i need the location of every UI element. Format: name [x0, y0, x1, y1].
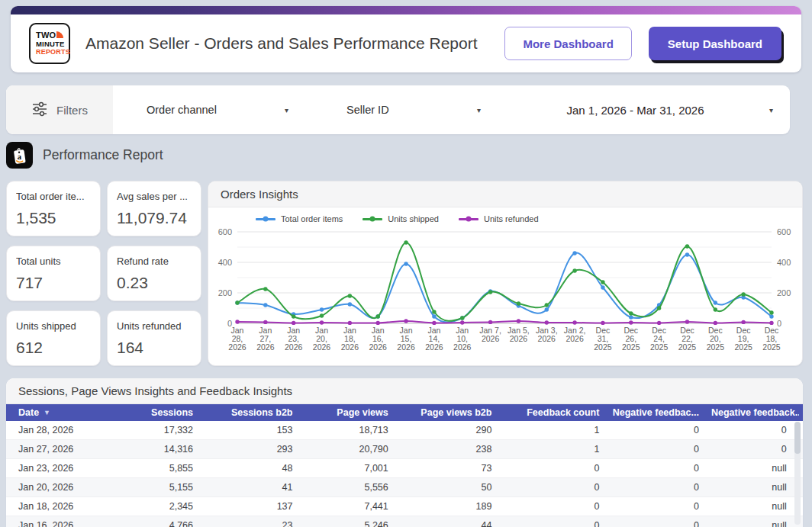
column-header-negative-feedbac[interactable]: Negative feedbac...	[611, 407, 711, 418]
cell-sessions-b2b: 23	[205, 520, 305, 527]
column-header-negative-feedback[interactable]: Negative feedback...	[711, 407, 799, 418]
date-range-value: Jan 1, 2026 - Mar 31, 2026	[566, 104, 704, 117]
legend-item-total-order-items[interactable]: Total order items	[256, 214, 343, 223]
filters-bar: Filters Order channel ▾ Seller ID ▾ Jan …	[6, 85, 790, 134]
table-scrollbar	[794, 422, 801, 525]
svg-text:a: a	[18, 152, 22, 161]
cell-sessions-b2b: 137	[205, 501, 305, 512]
cell-feedback-count: 0	[504, 463, 611, 474]
cell-date: Jan 20, 2026	[6, 482, 114, 493]
filters-button[interactable]: Filters	[6, 85, 113, 134]
cell-feedback-count: 0	[504, 501, 611, 512]
kpi-label: Total units	[16, 255, 91, 267]
logo-quarter-circle	[56, 31, 63, 38]
svg-text:600: 600	[218, 227, 232, 236]
table-row-jan-23-2026: Jan 23, 20265,855487,0017300null	[6, 459, 803, 478]
table-header-row: Date▼SessionsSessions b2bPage viewsPage …	[6, 404, 803, 421]
legend-marker	[256, 218, 276, 220]
svg-text:2025: 2025	[762, 342, 781, 352]
series-line-units-shipped	[237, 243, 772, 321]
cell-sessions: 17,332	[114, 425, 205, 435]
cell-negative-feedback: 0	[711, 444, 799, 455]
table-row-jan-28-2026: Jan 28, 202617,33215318,713290100	[6, 421, 803, 440]
cell-negative-feedback: null	[711, 463, 799, 474]
legend-label: Total order items	[281, 214, 343, 223]
column-header-sessions[interactable]: Sessions	[114, 407, 205, 418]
svg-text:2026: 2026	[341, 342, 359, 352]
column-header-date[interactable]: Date▼	[6, 407, 114, 418]
table-title: Sessions, Page Views Insights and Feedba…	[6, 378, 803, 404]
table-body: Jan 28, 202617,33215318,713290100Jan 27,…	[6, 421, 803, 527]
cell-feedback-count: 0	[504, 520, 611, 527]
order-channel-label: Order channel	[147, 104, 217, 116]
cell-date: Jan 23, 2026	[6, 463, 114, 474]
kpi-value: 0.23	[117, 274, 192, 292]
column-header-page-views[interactable]: Page views	[304, 407, 400, 418]
kpi-label: Refund rate	[117, 255, 192, 267]
table-row-jan-16-2026: Jan 16, 20264,766235,2464400null	[6, 516, 803, 527]
svg-text:400: 400	[218, 258, 232, 267]
svg-text:2026: 2026	[566, 334, 584, 343]
order-channel-dropdown[interactable]: Order channel ▾	[113, 85, 288, 134]
column-header-page-views-b2b[interactable]: Page views b2b	[401, 407, 504, 418]
svg-text:2026: 2026	[285, 342, 303, 352]
more-dashboard-button[interactable]: More Dashboard	[504, 27, 631, 60]
svg-text:200: 200	[777, 288, 791, 297]
legend-item-units-shipped[interactable]: Units shipped	[362, 214, 439, 223]
cell-page-views-b2b: 290	[401, 425, 504, 435]
filters-label: Filters	[56, 104, 88, 117]
cell-feedback-count: 0	[504, 482, 611, 493]
svg-text:2026: 2026	[228, 342, 246, 352]
kpi-card-total-units: Total units717	[6, 246, 101, 301]
legend-item-units-refunded[interactable]: Units refunded	[459, 214, 539, 223]
cell-page-views: 20,790	[304, 444, 400, 455]
logo-line1: TWO	[36, 31, 56, 40]
column-header-feedback-count[interactable]: Feedback count	[504, 407, 611, 418]
chart-title: Orders Insights	[208, 182, 802, 207]
svg-text:2026: 2026	[397, 342, 415, 352]
series-line-units-refunded	[237, 321, 772, 323]
cell-negative-feedbac: 0	[611, 425, 711, 435]
svg-text:2025: 2025	[707, 342, 725, 352]
legend-marker	[459, 218, 478, 220]
kpi-card-units-shipped: Units shipped612	[6, 310, 101, 366]
svg-text:200: 200	[218, 288, 232, 297]
header-accent-bar	[11, 6, 801, 14]
chart-legend: Total order itemsUnits shippedUnits refu…	[256, 214, 801, 223]
kpi-value: 717	[16, 274, 91, 292]
column-header-label: Negative feedback...	[711, 407, 799, 418]
cell-sessions: 2,345	[114, 501, 205, 512]
table-row-jan-20-2026: Jan 20, 20265,155415,5565000null	[6, 478, 803, 497]
seller-id-dropdown[interactable]: Seller ID ▾	[288, 85, 481, 134]
cell-sessions-b2b: 48	[205, 463, 305, 474]
date-range-picker[interactable]: Jan 1, 2026 - Mar 31, 2026 ▾	[481, 85, 790, 134]
legend-dot	[466, 217, 471, 222]
column-header-label: Negative feedbac...	[613, 407, 699, 418]
column-header-sessions-b2b[interactable]: Sessions b2b	[205, 407, 305, 418]
orders-insights-chart: 00200200400400600600Jan28,2026Jan27,2026…	[210, 224, 799, 362]
setup-dashboard-button[interactable]: Setup Dashboard	[649, 27, 781, 60]
table-scrollbar-thumb[interactable]	[794, 422, 801, 454]
sessions-pageviews-feedback-card: Sessions, Page Views Insights and Feedba…	[6, 378, 803, 527]
kpi-value: 164	[117, 339, 192, 357]
column-header-label: Page views	[337, 407, 388, 418]
kpi-label: Units shipped	[16, 320, 91, 332]
cell-negative-feedback: 0	[711, 425, 799, 435]
cell-sessions-b2b: 153	[205, 425, 305, 435]
cell-page-views: 18,713	[304, 425, 400, 435]
table-row-jan-27-2026: Jan 27, 202614,31629320,790238100	[6, 440, 803, 459]
cell-negative-feedbac: 0	[611, 520, 711, 527]
column-header-label: Date	[18, 407, 39, 418]
chevron-down-icon: ▾	[769, 106, 773, 114]
kpi-label: Total order ite...	[16, 191, 91, 202]
logo-line3: REPORTS	[36, 48, 69, 56]
cell-sessions: 14,316	[114, 444, 205, 455]
cell-negative-feedbac: 0	[611, 501, 711, 512]
svg-text:2025: 2025	[678, 342, 697, 352]
svg-text:2026: 2026	[369, 342, 388, 352]
cell-page-views-b2b: 189	[401, 501, 504, 512]
two-minute-reports-logo: TWO MINUTE REPORTS	[29, 23, 70, 64]
cell-feedback-count: 1	[504, 444, 611, 455]
cell-feedback-count: 1	[504, 425, 611, 435]
column-header-label: Sessions b2b	[231, 407, 293, 418]
